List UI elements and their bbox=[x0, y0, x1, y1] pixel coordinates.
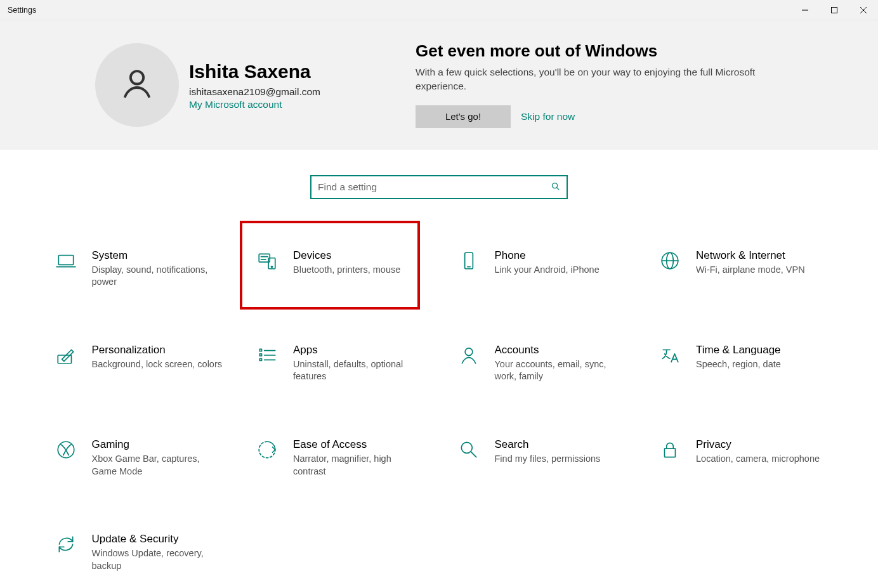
svg-rect-24 bbox=[259, 354, 261, 356]
category-desc: Bluetooth, printers, mouse bbox=[293, 264, 400, 277]
category-desc: Wi-Fi, airplane mode, VPN bbox=[696, 264, 805, 277]
category-text: Devices Bluetooth, printers, mouse bbox=[293, 249, 400, 277]
search-icon bbox=[458, 439, 481, 462]
category-label: Ease of Access bbox=[293, 438, 426, 452]
category-time[interactable]: Time & Language Speech, region, date bbox=[658, 338, 853, 388]
promo-subtitle: With a few quick selections, you'll be o… bbox=[416, 65, 783, 94]
category-label: Gaming bbox=[92, 438, 225, 452]
category-desc: Narrator, magnifier, high contrast bbox=[293, 453, 426, 478]
category-desc: Background, lock screen, colors bbox=[92, 358, 223, 371]
maximize-button[interactable] bbox=[820, 0, 849, 20]
ms-account-link[interactable]: My Microsoft account bbox=[189, 99, 320, 110]
category-apps[interactable]: Apps Uninstall, defaults, optional featu… bbox=[255, 338, 450, 388]
language-icon bbox=[659, 344, 682, 368]
xbox-icon bbox=[55, 439, 78, 462]
svg-point-4 bbox=[131, 71, 143, 84]
svg-rect-7 bbox=[58, 255, 73, 265]
category-text: Privacy Location, camera, microphone bbox=[696, 438, 820, 466]
category-label: System bbox=[92, 249, 225, 263]
category-ease[interactable]: Ease of Access Narrator, magnifier, high… bbox=[255, 433, 450, 483]
categories-grid: System Display, sound, notifications, po… bbox=[25, 244, 853, 578]
devices-icon bbox=[256, 250, 279, 273]
category-label: Phone bbox=[495, 249, 600, 263]
category-text: Network & Internet Wi-Fi, airplane mode,… bbox=[696, 249, 805, 277]
svg-rect-1 bbox=[832, 7, 837, 13]
category-desc: Find my files, permissions bbox=[495, 453, 601, 466]
category-label: Personalization bbox=[92, 343, 223, 357]
category-label: Devices bbox=[293, 249, 400, 263]
category-desc: Location, camera, microphone bbox=[696, 453, 820, 466]
category-label: Privacy bbox=[696, 438, 820, 452]
category-text: Phone Link your Android, iPhone bbox=[495, 249, 600, 277]
category-text: Personalization Background, lock screen,… bbox=[92, 343, 223, 371]
category-desc: Display, sound, notifications, power bbox=[92, 264, 225, 289]
category-text: Update & Security Windows Update, recove… bbox=[92, 532, 225, 572]
svg-point-5 bbox=[553, 183, 558, 188]
promo-block: Get even more out of Windows With a few … bbox=[416, 42, 783, 128]
list-icon bbox=[256, 344, 279, 368]
category-text: System Display, sound, notifications, po… bbox=[92, 249, 225, 289]
person-icon bbox=[119, 65, 155, 104]
category-text: Search Find my files, permissions bbox=[495, 438, 601, 466]
category-update[interactable]: Update & Security Windows Update, recove… bbox=[54, 527, 249, 577]
category-label: Apps bbox=[293, 343, 426, 357]
category-desc: Windows Update, recovery, backup bbox=[92, 547, 225, 572]
svg-line-29 bbox=[471, 452, 476, 457]
category-network[interactable]: Network & Internet Wi-Fi, airplane mode,… bbox=[658, 244, 853, 294]
lets-go-button[interactable]: Let's go! bbox=[416, 105, 511, 128]
svg-line-6 bbox=[557, 187, 560, 190]
settings-header: Ishita Saxena ishitasaxena2109@gmail.com… bbox=[0, 20, 878, 150]
svg-rect-23 bbox=[259, 349, 261, 351]
search-bar[interactable] bbox=[310, 175, 568, 199]
category-devices[interactable]: Devices Bluetooth, printers, mouse bbox=[255, 244, 450, 294]
svg-point-26 bbox=[465, 348, 473, 356]
close-button[interactable] bbox=[849, 0, 878, 20]
category-accounts[interactable]: Accounts Your accounts, email, sync, wor… bbox=[457, 338, 652, 388]
phone-icon bbox=[458, 250, 481, 273]
pen-icon bbox=[55, 344, 78, 368]
account-block[interactable]: Ishita Saxena ishitasaxena2109@gmail.com… bbox=[95, 42, 320, 128]
category-label: Search bbox=[495, 438, 601, 452]
category-desc: Xbox Game Bar, captures, Game Mode bbox=[92, 453, 225, 478]
search-icon bbox=[551, 181, 560, 193]
person-icon bbox=[458, 344, 481, 368]
category-label: Update & Security bbox=[92, 532, 225, 546]
minimize-button[interactable] bbox=[790, 0, 820, 20]
category-search-cat[interactable]: Search Find my files, permissions bbox=[457, 433, 652, 483]
svg-rect-25 bbox=[259, 358, 261, 360]
skip-for-now-link[interactable]: Skip for now bbox=[521, 111, 575, 122]
window-controls bbox=[790, 0, 878, 20]
category-desc: Speech, region, date bbox=[696, 358, 781, 371]
promo-actions: Let's go! Skip for now bbox=[416, 105, 783, 128]
account-email: ishitasaxena2109@gmail.com bbox=[189, 86, 320, 98]
category-text: Apps Uninstall, defaults, optional featu… bbox=[293, 343, 426, 383]
category-personalization[interactable]: Personalization Background, lock screen,… bbox=[54, 338, 249, 388]
promo-title: Get even more out of Windows bbox=[416, 42, 783, 60]
category-desc: Your accounts, email, sync, work, family bbox=[495, 358, 628, 383]
svg-point-11 bbox=[271, 266, 272, 267]
category-label: Network & Internet bbox=[696, 249, 805, 263]
account-name: Ishita Saxena bbox=[189, 60, 320, 84]
category-desc: Uninstall, defaults, optional features bbox=[293, 358, 426, 383]
svg-rect-30 bbox=[665, 448, 676, 457]
category-phone[interactable]: Phone Link your Android, iPhone bbox=[457, 244, 652, 294]
category-text: Ease of Access Narrator, magnifier, high… bbox=[293, 438, 426, 478]
laptop-icon bbox=[55, 250, 78, 273]
category-gaming[interactable]: Gaming Xbox Game Bar, captures, Game Mod… bbox=[54, 433, 249, 483]
search-input[interactable] bbox=[318, 181, 551, 193]
ease-icon bbox=[256, 439, 279, 462]
search-wrap bbox=[0, 175, 878, 199]
category-text: Time & Language Speech, region, date bbox=[696, 343, 781, 371]
category-label: Time & Language bbox=[696, 343, 781, 357]
category-system[interactable]: System Display, sound, notifications, po… bbox=[54, 244, 249, 294]
category-desc: Link your Android, iPhone bbox=[495, 264, 600, 277]
category-privacy[interactable]: Privacy Location, camera, microphone bbox=[658, 433, 853, 483]
title-bar: Settings bbox=[0, 0, 878, 20]
category-text: Gaming Xbox Game Bar, captures, Game Mod… bbox=[92, 438, 225, 478]
category-label: Accounts bbox=[495, 343, 628, 357]
update-icon bbox=[55, 533, 78, 557]
window-title: Settings bbox=[0, 6, 36, 15]
avatar bbox=[95, 43, 179, 127]
category-text: Accounts Your accounts, email, sync, wor… bbox=[495, 343, 628, 383]
account-info: Ishita Saxena ishitasaxena2109@gmail.com… bbox=[189, 60, 320, 110]
